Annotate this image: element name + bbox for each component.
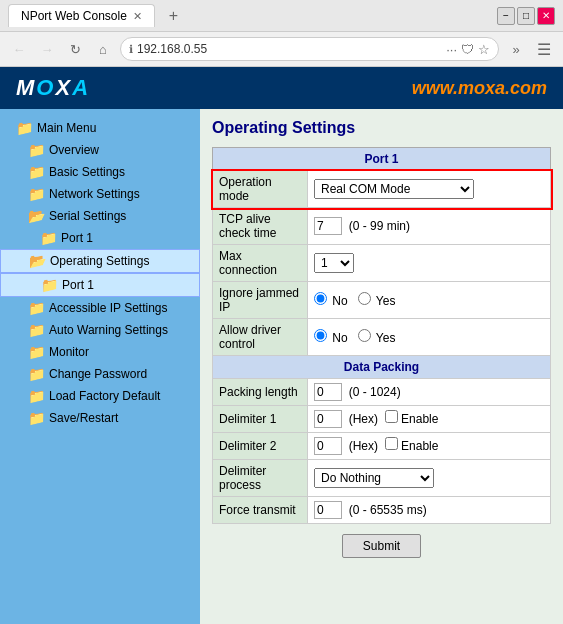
delimiter-process-select[interactable]: Do Nothing Strip Delimiter Apply Delimit… [314,468,434,488]
moxa-header: MOXA www.moxa.com [0,67,563,109]
sidebar-label-port1-op: Port 1 [62,278,94,292]
ignore-jammed-no-label[interactable]: No [314,294,348,308]
delimiter1-input[interactable] [314,410,342,428]
sidebar-label-saverestart: Save/Restart [49,411,118,425]
port1-serial-folder-icon: 📁 [40,230,57,246]
ignore-jammed-yes-radio[interactable] [358,292,371,305]
menu-btn[interactable]: ☰ [533,38,555,61]
sidebar-label-basic: Basic Settings [49,165,125,179]
window-controls: − □ ✕ [497,7,555,25]
sidebar-item-save-restart[interactable]: 📁 Save/Restart [0,407,200,429]
op-folder-icon: 📂 [29,253,46,269]
main-content: Operating Settings Port 1 Operation mode… [200,109,563,624]
address-actions: ··· 🛡 ☆ [446,42,490,57]
tcp-alive-input[interactable] [314,217,342,235]
reload-btn[interactable]: ↻ [64,38,86,60]
allow-driver-yes-radio[interactable] [358,329,371,342]
more-icon: ··· [446,42,457,57]
home-btn[interactable]: ⌂ [92,38,114,60]
max-conn-label: Max connection [213,245,308,282]
table-row: Allow driver control No Yes [213,319,551,356]
submit-row: Submit [212,524,551,568]
sidebar-item-network-settings[interactable]: 📁 Network Settings [0,183,200,205]
data-packing-header: Data Packing [213,356,551,379]
changepw-folder-icon: 📁 [28,366,45,382]
accessible-folder-icon: 📁 [28,300,45,316]
settings-table: Port 1 Operation mode Real COM Mode TCP … [212,147,551,524]
tcp-alive-value: (0 - 99 min) [308,208,551,245]
sidebar-item-operating-settings[interactable]: 📂 Operating Settings [0,249,200,273]
allow-driver-yes-label[interactable]: Yes [358,331,396,345]
shield-icon: 🛡 [461,42,474,57]
maximize-btn[interactable]: □ [517,7,535,25]
table-row: Ignore jammed IP No Yes [213,282,551,319]
ignore-jammed-yes-label[interactable]: Yes [358,294,396,308]
sidebar-item-serial-settings[interactable]: 📂 Serial Settings [0,205,200,227]
tab-title: NPort Web Console [21,9,127,23]
serial-folder-icon: 📂 [28,208,45,224]
minimize-btn[interactable]: − [497,7,515,25]
force-transmit-value: (0 - 65535 ms) [308,497,551,524]
delimiter2-input[interactable] [314,437,342,455]
sidebar-item-accessible-ip[interactable]: 📁 Accessible IP Settings [0,297,200,319]
network-folder-icon: 📁 [28,186,45,202]
delimiter-process-value: Do Nothing Strip Delimiter Apply Delimit… [308,460,551,497]
forward-btn[interactable]: → [36,38,58,60]
sidebar-item-port1-op[interactable]: 📁 Port 1 [0,273,200,297]
delimiter1-enable-checkbox[interactable] [385,410,398,423]
moxa-logo: MOXA [16,75,90,101]
packing-length-label: Packing length [213,379,308,406]
packing-length-input[interactable] [314,383,342,401]
sidebar-label-accessible: Accessible IP Settings [49,301,168,315]
moxa-tagline: www.moxa.com [412,78,547,99]
extensions-btn[interactable]: » [505,38,527,60]
delimiter2-hex: (Hex) [345,439,381,453]
delimiter2-enable-checkbox[interactable] [385,437,398,450]
submit-button[interactable]: Submit [342,534,421,558]
delimiter1-label: Delimiter 1 [213,406,308,433]
ignore-jammed-no-radio[interactable] [314,292,327,305]
port1-op-folder-icon: 📁 [41,277,58,293]
allow-driver-no-label[interactable]: No [314,331,348,345]
sidebar-label-autowarning: Auto Warning Settings [49,323,168,337]
tcp-alive-label: TCP alive check time [213,208,308,245]
operation-mode-value: Real COM Mode TCP Server Mode TCP Client… [308,171,551,208]
max-conn-value: 1234 [308,245,551,282]
ignore-jammed-label: Ignore jammed IP [213,282,308,319]
star-icon[interactable]: ☆ [478,42,490,57]
delimiter-process-label: Delimiter process [213,460,308,497]
browser-titlebar: NPort Web Console ✕ + − □ ✕ [0,0,563,32]
tab-close-btn[interactable]: ✕ [133,10,142,23]
sidebar-item-port1-serial[interactable]: 📁 Port 1 [0,227,200,249]
allow-driver-no-radio[interactable] [314,329,327,342]
port-header: Port 1 [213,148,551,171]
factory-folder-icon: 📁 [28,388,45,404]
sidebar-label-overview: Overview [49,143,99,157]
max-conn-select[interactable]: 1234 [314,253,354,273]
delimiter2-label: Delimiter 2 [213,433,308,460]
overview-folder-icon: 📁 [28,142,45,158]
sidebar-label-changepw: Change Password [49,367,147,381]
force-transmit-input[interactable] [314,501,342,519]
address-bar[interactable]: ℹ 192.168.0.55 ··· 🛡 ☆ [120,37,499,61]
page-title: Operating Settings [212,119,551,137]
delimiter2-value: (Hex) Enable [308,433,551,460]
new-tab-btn[interactable]: + [161,5,186,27]
monitor-folder-icon: 📁 [28,344,45,360]
back-btn[interactable]: ← [8,38,30,60]
table-row: Packing length (0 - 1024) [213,379,551,406]
sidebar-item-overview[interactable]: 📁 Overview [0,139,200,161]
sidebar-item-auto-warning[interactable]: 📁 Auto Warning Settings [0,319,200,341]
browser-tab[interactable]: NPort Web Console ✕ [8,4,155,27]
sidebar-item-load-factory[interactable]: 📁 Load Factory Default [0,385,200,407]
table-row: Delimiter process Do Nothing Strip Delim… [213,460,551,497]
sidebar-item-monitor[interactable]: 📁 Monitor [0,341,200,363]
close-btn[interactable]: ✕ [537,7,555,25]
sidebar-item-change-password[interactable]: 📁 Change Password [0,363,200,385]
port-header-row: Port 1 [213,148,551,171]
sidebar-item-basic-settings[interactable]: 📁 Basic Settings [0,161,200,183]
delimiter2-enable-label: Enable [401,439,438,453]
lock-icon: ℹ [129,43,133,56]
operation-mode-select[interactable]: Real COM Mode TCP Server Mode TCP Client… [314,179,474,199]
autowarning-folder-icon: 📁 [28,322,45,338]
